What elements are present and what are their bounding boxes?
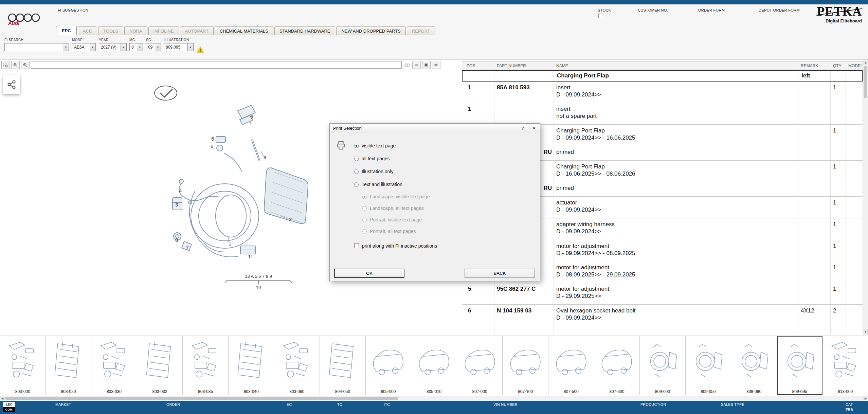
thumbnail-807-500[interactable]: 807-500 [548, 336, 594, 395]
cell-model [846, 163, 863, 177]
table-row[interactable]: 6N 104 159 03Oval hexagon socket head bo… [462, 305, 863, 326]
table-row[interactable]: Charging Port Flapleft [462, 70, 863, 82]
thumbnail-807-100[interactable]: 807-100 [503, 336, 548, 395]
thumbnail-label: 807-100 [503, 389, 548, 394]
thumbnail-809-000[interactable]: 809-000 [640, 336, 686, 395]
thumbnail-809-050[interactable]: 809-050 [686, 336, 731, 395]
order-form-label[interactable]: ORDER FORM [698, 8, 725, 12]
year-select[interactable]: 2027 (V)▼ [99, 43, 127, 51]
sg-label: SG [146, 38, 161, 42]
parts-table-header: POSPART NUMBERNAMEREMARKQTYMODEL [462, 61, 863, 70]
radio-icon [362, 195, 367, 199]
column-header-model[interactable]: MODEL [846, 64, 863, 68]
thumbnail-805-010[interactable]: 805-010 [411, 336, 457, 395]
zoom-out-button[interactable] [21, 61, 30, 69]
dialog-help-button[interactable]: ? [517, 125, 528, 132]
diagram-callout-8: 8 [175, 237, 178, 243]
chevron-down-icon[interactable]: ▼ [121, 43, 127, 51]
zoom-window-button[interactable] [1, 61, 10, 69]
mg-select[interactable]: 8▼ [129, 43, 143, 51]
fit-page-button[interactable]: ▣ [422, 61, 431, 69]
table-scrollbar[interactable]: ▲ ▼ [863, 60, 868, 335]
thumbnail-807-000[interactable]: 807-000 [457, 336, 503, 395]
thumbnail-803-035[interactable]: 803-035 [183, 336, 229, 395]
close-icon[interactable]: ✕ [528, 125, 540, 132]
tab-tools: TOOLS [98, 26, 123, 35]
thumbnail-label: 803-032 [137, 389, 183, 394]
cell-qty: 1 [830, 127, 846, 141]
fi-suggestion-label[interactable]: FI SUGGESTION [58, 8, 88, 12]
column-header-pos[interactable]: POS [462, 64, 494, 68]
thumbnail-803-040[interactable]: 803-040 [229, 336, 274, 395]
chevron-down-icon[interactable]: ▼ [187, 43, 194, 51]
chevron-down-icon[interactable]: ▼ [155, 43, 161, 51]
thumbnail-803-000[interactable]: 803-000 [0, 336, 46, 395]
sg-select[interactable]: 09▼ [146, 43, 161, 51]
thumbnail-label: 804-050 [320, 389, 365, 394]
dialog-titlebar[interactable]: Print Selection ? ✕ [330, 124, 540, 133]
cell-model [846, 105, 863, 120]
scroll-up-icon[interactable]: ▲ [863, 60, 868, 65]
ok-button[interactable]: OK [334, 269, 404, 278]
back-button[interactable]: BACK [465, 269, 535, 278]
thumbnail-805-000[interactable]: 805-000 [366, 336, 412, 395]
status-sales-type: SALES TYPE [721, 402, 744, 408]
scrollbar-thumb[interactable] [864, 66, 867, 98]
fi-search-input[interactable]: ▼ [4, 43, 69, 51]
thumbnail-label: 803-030 [91, 389, 137, 394]
thumbnail-809-095[interactable]: 809-095 [777, 336, 823, 395]
thumbnail-scrollbar[interactable]: ◀ ▶ [0, 396, 868, 400]
thumbnail-803-030[interactable]: 803-030 [91, 336, 137, 395]
thumbnail-813-000[interactable]: 813-000 [822, 336, 868, 395]
thumbnail-803-032[interactable]: 803-032 [137, 336, 183, 395]
fi-path-input[interactable] [31, 61, 402, 69]
mg-filter: MG 8▼ [129, 38, 143, 51]
column-header-name[interactable]: NAME [554, 64, 798, 68]
thumbnail-803-060[interactable]: 803-060 [274, 336, 320, 395]
petka-subtitle: Digital Eliteboard [817, 18, 862, 23]
radio-illustration-only[interactable]: Illustration only [354, 165, 533, 178]
tab-epc[interactable]: EPC [56, 26, 77, 35]
status-market: MARKET [55, 402, 71, 408]
radio-visible-text-page[interactable]: visible text page [354, 139, 533, 152]
zoom-in-button[interactable] [11, 61, 20, 69]
table-row[interactable]: 1insertnot a spare part [462, 103, 863, 125]
cell-qty: 1 [830, 163, 846, 177]
radio-text-and-illustration[interactable]: Text and illustration [354, 178, 533, 191]
thumbnail-label: 809-000 [640, 389, 685, 394]
depot-order-form-label[interactable]: DEPOT ORDER FORM [759, 8, 800, 12]
illustration-select[interactable]: 809.095▼ [164, 43, 194, 51]
radio-all-text-pages[interactable]: all text pages [354, 152, 533, 165]
fit-width-button[interactable]: ▭ [412, 61, 421, 69]
cell-name: Oval hexagon socket head boltD - 09.09.2… [554, 307, 798, 321]
tab-autopart: AUTOPART [180, 26, 214, 35]
thumbnail-809-090[interactable]: 809-090 [731, 336, 777, 395]
model-label: MODEL [72, 38, 96, 42]
stock-checkbox[interactable] [598, 14, 603, 18]
tab-new-and-dropped-parts[interactable]: NEW AND DROPPED PARTS [336, 26, 405, 35]
column-header-remark[interactable]: REMARK [798, 64, 830, 68]
chevron-down-icon[interactable]: ▼ [90, 43, 96, 51]
scroll-left-icon[interactable]: ◀ [0, 396, 5, 400]
column-header-part-number[interactable]: PART NUMBER [494, 64, 554, 68]
scroll-right-icon[interactable]: ▶ [863, 396, 868, 400]
thumbnail-label: 805-000 [366, 389, 411, 394]
cell-qty: 1 [830, 285, 846, 300]
cell-qty: 1 [830, 242, 846, 257]
checkbox-print-along-with-fi-inactive-positions[interactable]: print along with FI inactive positions [354, 243, 533, 249]
chevron-down-icon[interactable]: ▼ [63, 43, 69, 51]
scroll-down-icon[interactable]: ▼ [863, 329, 868, 335]
thumbnail-label: 809-095 [777, 389, 822, 394]
thumbnail-807-600[interactable]: 807-600 [594, 336, 640, 395]
thumbnail-804-050[interactable]: 804-050 [320, 336, 366, 395]
thumbnail-803-020[interactable]: 803-020 [46, 336, 92, 395]
table-row[interactable]: 185A 810 593insertD - 09.09.2024>>1 [462, 82, 863, 103]
scrollbar-thumb[interactable] [5, 397, 398, 400]
pan-button[interactable]: ⇄ [432, 61, 440, 69]
table-row[interactable]: 595C 862 277 Cmotor for adjustmentD - 29… [462, 283, 863, 305]
column-header-qty[interactable]: QTY [830, 64, 846, 68]
tab-chemical-materials[interactable]: CHEMICAL MATERIALS [215, 26, 273, 35]
tab-standard-hardware[interactable]: STANDARD HARDWARE [274, 26, 336, 35]
chevron-down-icon[interactable]: ▼ [137, 43, 143, 51]
model-select[interactable]: AE6A▼ [72, 43, 96, 51]
